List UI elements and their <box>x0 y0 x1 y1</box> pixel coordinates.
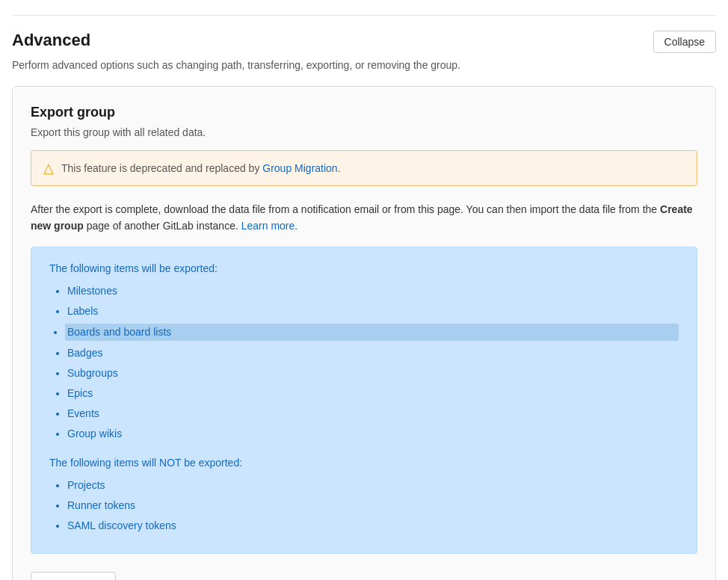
collapse-button[interactable]: Collapse <box>653 31 716 53</box>
list-item: Milestones <box>67 283 679 299</box>
list-item: Runner tokens <box>67 498 679 513</box>
export-items-box: The following items will be exported: Mi… <box>31 247 697 554</box>
exported-items-header: The following items will be exported: <box>49 262 679 274</box>
list-item: SAML discovery tokens <box>67 518 679 534</box>
list-item: Subgroups <box>67 365 679 381</box>
list-item: Labels <box>67 303 679 319</box>
group-migration-link[interactable]: Group Migration <box>262 162 337 174</box>
export-group-description: Export this group with all related data. <box>31 126 697 138</box>
list-item: Badges <box>67 345 679 361</box>
list-item-highlighted: Boards and board lists <box>65 324 679 341</box>
advanced-header: Advanced Collapse <box>12 31 716 53</box>
not-exported-items-list: Projects Runner tokens SAML discovery to… <box>49 478 679 534</box>
not-exported-items-header: The following items will NOT be exported… <box>49 457 679 469</box>
export-group-card: Export group Export this group with all … <box>12 86 716 580</box>
list-item: Projects <box>67 478 679 493</box>
export-group-button[interactable]: Export group <box>31 572 116 580</box>
warning-text: This feature is deprecated and replaced … <box>61 162 341 174</box>
warning-icon: △ <box>43 160 54 176</box>
advanced-description: Perform advanced options such as changin… <box>12 59 716 71</box>
learn-more-link[interactable]: Learn more. <box>241 220 297 232</box>
list-item: Events <box>67 406 679 422</box>
top-divider <box>12 15 716 16</box>
export-group-title: Export group <box>31 105 697 120</box>
page-title: Advanced <box>12 31 90 50</box>
deprecation-warning: △ This feature is deprecated and replace… <box>31 150 697 186</box>
list-item: Epics <box>67 386 679 401</box>
exported-items-list: Milestones Labels Boards and board lists… <box>49 283 679 442</box>
export-info-text: After the export is complete, download t… <box>31 201 697 235</box>
list-item: Group wikis <box>67 426 679 442</box>
